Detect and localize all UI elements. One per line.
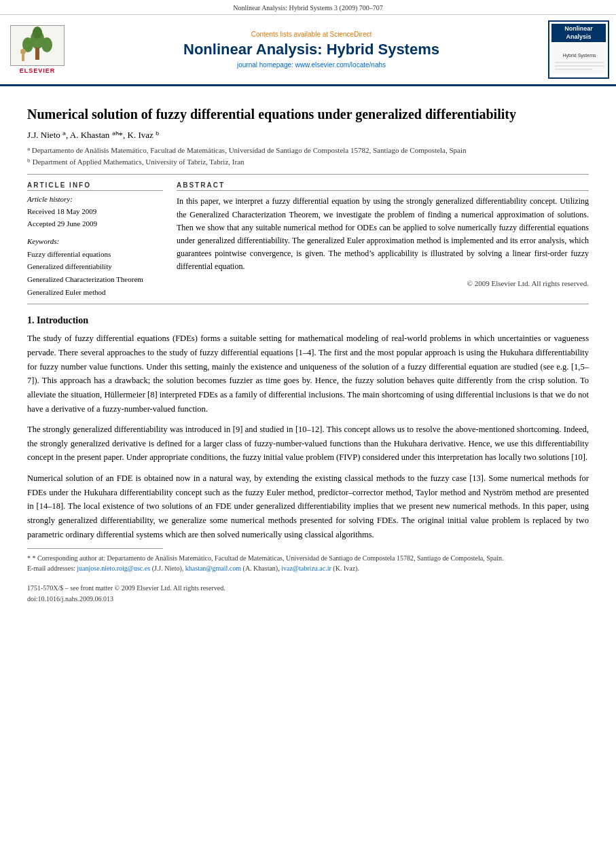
intro-paragraph-3: Numerical solution of an FDE is obtained… — [27, 471, 589, 541]
keyword-2: Generalized differentiability — [27, 260, 163, 273]
affiliation-a: ᵃ Departamento de Análisis Matemático, F… — [27, 145, 589, 156]
copyright: © 2009 Elsevier Ltd. All rights reserved… — [177, 279, 589, 287]
email-3[interactable]: ivaz@tabrizu.ac.ir — [281, 565, 331, 572]
article-info-header: ARTICLE INFO — [27, 181, 163, 191]
journal-header: ELSEVIER Contents lists available at Sci… — [0, 15, 616, 86]
footnote-emails: E-mail addresses: juanjose.nieto.roig@us… — [27, 563, 589, 573]
two-column-layout: ARTICLE INFO Article history: Received 1… — [27, 181, 589, 298]
name-3: (K. Ivaz). — [333, 565, 359, 572]
intro-paragraph-1: The study of fuzzy differential equation… — [27, 332, 589, 416]
email-1[interactable]: juanjose.nieto.roig@usc.es — [77, 565, 150, 572]
name-1: (J.J. Nieto), — [152, 565, 184, 572]
elsevier-logo: ELSEVIER — [7, 25, 68, 74]
sciencedirect-line: Contents lists available at ScienceDirec… — [75, 31, 548, 38]
abstract-column: ABSTRACT In this paper, we interpret a f… — [177, 181, 589, 298]
email-label: E-mail addresses: — [27, 565, 75, 572]
keyword-3: Generalized Characterization Theorem — [27, 273, 163, 286]
journal-title-area: Contents lists available at ScienceDirec… — [75, 31, 548, 69]
journal-badge: Nonlinear Analysis Hybrid Systems — [548, 20, 609, 79]
article-info-column: ARTICLE INFO Article history: Received 1… — [27, 181, 163, 298]
keyword-1: Fuzzy differential equations — [27, 248, 163, 261]
elsevier-tree-image — [10, 25, 65, 66]
section-divider — [27, 304, 589, 304]
top-bar: Nonlinear Analysis: Hybrid Systems 3 (20… — [0, 0, 616, 15]
intro-title: 1. Introduction — [27, 315, 589, 326]
page-container: Nonlinear Analysis: Hybrid Systems 3 (20… — [0, 0, 616, 841]
keywords-list: Fuzzy differential equations Generalized… — [27, 248, 163, 299]
footnote-star: * * Corresponding author at: Departament… — [27, 553, 589, 563]
sciencedirect-link-text[interactable]: ScienceDirect — [330, 31, 372, 38]
article-dates: Received 18 May 2009 Accepted 29 June 20… — [27, 206, 163, 230]
affiliation-b: ᵇ Department of Applied Mathematics, Uni… — [27, 156, 589, 168]
affiliations: ᵃ Departamento de Análisis Matemático, F… — [27, 145, 589, 167]
svg-text:Hybrid Systems: Hybrid Systems — [562, 53, 596, 58]
footnote-corresponding: * Corresponding author at: Departamento … — [33, 554, 504, 562]
received-date: Received 18 May 2009 — [27, 206, 163, 218]
article-title: Numerical solution of fuzzy differential… — [27, 105, 589, 123]
svg-rect-7 — [22, 54, 24, 61]
journal-main-title: Nonlinear Analysis: Hybrid Systems — [75, 41, 548, 58]
doi-line: doi:10.1016/j.nahs.2009.06.013 — [27, 594, 589, 605]
authors-text: J.J. Nieto ᵃ, A. Khastan ᵃʰ*, K. Ivaz ᵇ — [27, 130, 160, 140]
svg-point-3 — [41, 37, 52, 52]
svg-rect-4 — [35, 48, 39, 60]
divider — [27, 174, 589, 175]
badge-title: Nonlinear Analysis — [551, 24, 606, 42]
journal-citation: Nonlinear Analysis: Hybrid Systems 3 (20… — [233, 4, 383, 12]
journal-homepage-link[interactable]: www.elsevier.com/locate/nahs — [295, 61, 386, 69]
bottom-bar: 1751-570X/$ – see front matter © 2009 El… — [27, 583, 589, 605]
abstract-text: In this paper, we interpret a fuzzy diff… — [177, 195, 589, 273]
keywords-label: Keywords: — [27, 237, 163, 245]
keyword-4: Generalized Euler method — [27, 286, 163, 299]
accepted-date: Accepted 29 June 2009 — [27, 218, 163, 230]
journal-homepage: journal homepage: www.elsevier.com/locat… — [75, 61, 548, 69]
keywords-section: Keywords: Fuzzy differential equations G… — [27, 237, 163, 299]
name-2: (A. Khastan), — [243, 565, 280, 572]
badge-subtitle: Hybrid Systems — [551, 43, 606, 75]
authors-line: J.J. Nieto ᵃ, A. Khastan ᵃʰ*, K. Ivaz ᵇ — [27, 130, 589, 141]
svg-point-5 — [33, 26, 42, 39]
license-line: 1751-570X/$ – see front matter © 2009 El… — [27, 583, 589, 594]
abstract-header: ABSTRACT — [177, 181, 589, 191]
intro-paragraph-2: The strongly generalized differentiabili… — [27, 423, 589, 465]
history-label: Article history: — [27, 195, 163, 203]
svg-point-6 — [20, 49, 26, 54]
main-content: Numerical solution of fuzzy differential… — [0, 86, 616, 618]
email-2[interactable]: khastan@gmail.com — [185, 565, 241, 572]
footnote-divider — [27, 548, 163, 549]
footnote-star-symbol: * — [27, 554, 33, 562]
elsevier-label: ELSEVIER — [20, 67, 56, 74]
